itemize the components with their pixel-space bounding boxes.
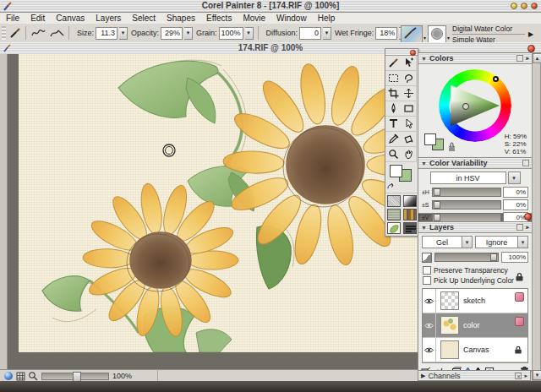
saturation-variability-value[interactable]: 0% [503,199,528,210]
diffusion-input[interactable]: 0 [299,27,321,40]
expand-triangle-icon[interactable]: ▶ [421,373,425,379]
composite-method-select[interactable]: Gel▾ [422,236,473,248]
drawer-icon[interactable] [4,372,13,380]
color-variability-header[interactable]: ▼ Color Variability [418,158,532,169]
palette-scrollbar[interactable]: ▲ ▼ [532,52,541,381]
canvas[interactable] [19,54,418,352]
pattern-selector[interactable] [387,209,401,220]
palette-menu-icon[interactable]: ▸ [526,55,529,62]
rectangle-shape-tool[interactable] [401,101,417,117]
menu-movie[interactable]: Movie [243,14,265,23]
saturation-variability-slider[interactable] [432,200,501,210]
grain-dropdown[interactable]: ▾ [245,27,254,40]
toolbox-header[interactable] [385,49,418,56]
size-input[interactable]: 11.3 [96,27,117,40]
menu-layers[interactable]: Layers [96,14,121,23]
magnifier-tool[interactable] [385,147,402,162]
hue-selector-dot[interactable] [493,76,499,82]
hue-variability-value[interactable]: 0% [503,187,528,198]
nozzle-selector[interactable] [403,222,417,234]
grain-input[interactable]: 100% [219,27,243,40]
palette-dock-icon[interactable] [516,224,523,231]
brush-variant-button[interactable] [428,25,446,43]
variability-mode-dropdown[interactable]: ▾ [508,172,521,184]
preserve-transparency-checkbox[interactable] [423,266,431,275]
visibility-toggle[interactable] [423,338,436,362]
menu-shapes[interactable]: Shapes [167,14,195,23]
layer-row-sketch[interactable]: sketch [423,289,527,313]
layer-adjuster-tool[interactable] [401,56,417,71]
draw-straight-lines-icon[interactable] [49,27,64,39]
rectangular-selection-tool[interactable] [385,71,402,86]
gradient-selector[interactable] [403,195,417,207]
lasso-tool[interactable] [401,71,417,86]
minimize-button[interactable] [511,3,517,9]
shape-selection-tool[interactable] [401,117,417,132]
colors-panel-header[interactable]: ▼ Colors ▸ [418,53,532,64]
pickup-underlying-color-checkbox[interactable] [423,276,431,285]
maximize-button[interactable] [521,3,527,9]
brush-selector-flyout-icon[interactable]: ▶ [528,30,533,38]
perspective-grid-tool[interactable] [401,86,417,101]
wet-fringe-input[interactable]: 18% [375,27,397,40]
layers-panel-header[interactable]: ▼ Layers ▸ [418,222,532,233]
pen-tool[interactable] [385,101,402,117]
menu-effects[interactable]: Effects [206,14,232,23]
grabber-hand-tool[interactable] [401,147,417,162]
document-close-button[interactable] [527,45,535,52]
collapse-triangle-icon[interactable]: ▼ [421,225,427,231]
scroll-down-button[interactable]: ▼ [533,370,541,380]
lock-icon[interactable] [514,271,525,282]
palette-close-button[interactable] [524,213,532,220]
palette-menu-icon[interactable]: ▸ [526,224,529,231]
diffusion-dropdown[interactable]: ▾ [323,27,331,40]
scroll-up-button[interactable]: ▲ [533,53,541,63]
crop-tool[interactable] [385,86,402,101]
property-bar-grip[interactable] [2,26,6,40]
color-stamp-icon[interactable] [447,142,456,151]
menu-edit[interactable]: Edit [30,14,45,23]
menu-select[interactable]: Select [132,14,156,23]
zoom-slider[interactable] [41,373,109,380]
menu-canvas[interactable]: Canvas [56,14,85,23]
menu-window[interactable]: Window [276,14,307,23]
visibility-toggle[interactable] [423,289,436,313]
channels-panel-header[interactable]: ▶ Channels ✕ ▸ [418,370,531,381]
layer-opacity-slider[interactable] [434,253,499,262]
grid-icon[interactable] [16,372,25,381]
layer-opacity-value[interactable]: 100% [501,252,528,263]
brush-category-button[interactable] [401,25,423,43]
collapse-triangle-icon[interactable]: ▼ [421,56,427,62]
draw-freehand-icon[interactable] [30,27,46,39]
look-selector[interactable] [387,222,401,234]
paper-selector[interactable] [387,195,401,207]
paint-bucket-tool[interactable] [401,132,417,147]
close-button[interactable] [531,3,538,9]
layer-row-color[interactable]: color [423,313,527,338]
magnifier-icon[interactable] [28,371,38,381]
hue-variability-slider[interactable] [432,188,501,197]
dropper-tool[interactable] [385,132,402,147]
front-color-swatch[interactable] [390,165,402,177]
brush-category-dropdown[interactable]: ▾ [424,35,426,41]
menu-help[interactable]: Help [318,14,336,23]
toolbox-close-button[interactable] [410,50,416,56]
composite-depth-select[interactable]: Ignore▾ [475,236,528,248]
size-dropdown[interactable]: ▾ [119,27,128,40]
layer-row-canvas[interactable]: Canvas [423,338,527,362]
collapse-triangle-icon[interactable]: ▼ [421,161,427,166]
palette-dock-icon[interactable] [522,160,529,166]
weave-selector[interactable] [403,209,417,220]
channels-menu-icon[interactable]: ▸ [524,373,527,379]
brush-variant-dropdown[interactable]: ▾ [447,35,450,41]
panel-front-color[interactable] [424,133,436,145]
opacity-input[interactable]: 29% [161,27,183,40]
sv-selector-dot[interactable] [462,103,469,110]
menu-file[interactable]: File [6,14,19,23]
text-tool[interactable] [385,117,402,132]
zoom-slider-thumb[interactable] [73,372,81,382]
channels-close-icon[interactable]: ✕ [515,373,522,379]
opacity-dropdown[interactable]: ▾ [184,27,193,40]
palette-dock-icon[interactable] [516,55,523,62]
visibility-toggle[interactable] [423,313,436,337]
